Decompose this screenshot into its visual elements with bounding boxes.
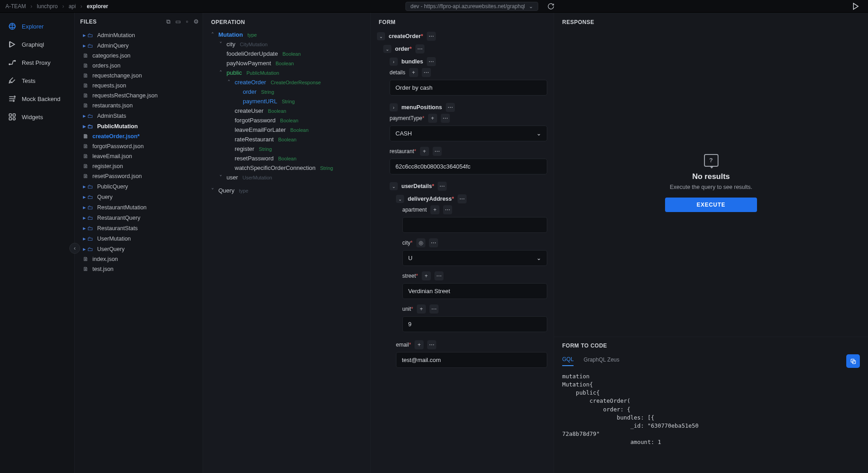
- more-icon[interactable]: ⋯: [422, 68, 431, 77]
- folder-item[interactable]: ▸ 🗀UserQuery: [80, 244, 199, 254]
- chevron-down-icon[interactable]: ⌄: [396, 195, 404, 203]
- operation-node[interactable]: resetPasswordBoolean: [209, 154, 364, 163]
- more-icon[interactable]: ⋯: [443, 205, 452, 214]
- chevron-up-icon[interactable]: ˄: [209, 31, 216, 38]
- nav-item-tests[interactable]: Tests: [0, 72, 74, 90]
- more-icon[interactable]: ⋯: [438, 182, 447, 191]
- refresh-icon[interactable]: [547, 3, 555, 10]
- operation-node[interactable]: watchSpecificOrderConnectionString: [209, 163, 364, 173]
- more-icon[interactable]: ⋯: [427, 340, 436, 349]
- breadcrumb-item[interactable]: lunchpro: [37, 3, 58, 10]
- more-icon[interactable]: ⋯: [427, 32, 436, 41]
- more-icon[interactable]: ⋯: [429, 238, 438, 247]
- details-input[interactable]: [390, 80, 547, 96]
- operation-node[interactable]: createUserBoolean: [209, 106, 364, 116]
- more-icon[interactable]: ⋯: [458, 194, 467, 203]
- environment-select[interactable]: dev - https://flpro-api.azurewebsites.ne…: [405, 2, 538, 11]
- folder-item[interactable]: ▸ 🗀AdminMutation: [80, 30, 199, 40]
- chevron-down-icon[interactable]: ˅: [209, 187, 216, 194]
- chevron-up-icon[interactable]: ˄: [226, 79, 232, 86]
- add-icon[interactable]: +: [430, 205, 439, 214]
- file-item[interactable]: 🗎test.json: [80, 264, 199, 274]
- file-item[interactable]: 🗎requestchange.json: [80, 71, 199, 81]
- chevron-down-icon[interactable]: ⌄: [377, 32, 385, 40]
- new-folder-icon[interactable]: ▭: [175, 18, 181, 25]
- add-icon[interactable]: +: [409, 68, 418, 77]
- restaurant-input[interactable]: [390, 159, 547, 174]
- nav-item-graphiql[interactable]: Graphiql: [0, 35, 74, 53]
- operation-node[interactable]: leaveEmailForLaterBoolean: [209, 125, 364, 135]
- run-icon[interactable]: [852, 2, 860, 10]
- more-icon[interactable]: ⋯: [415, 44, 424, 53]
- nav-item-explorer[interactable]: Explorer: [0, 17, 74, 35]
- more-icon[interactable]: ⋯: [433, 147, 442, 156]
- more-icon[interactable]: ⋯: [446, 103, 455, 112]
- folder-item[interactable]: ▸ 🗀PublicMutation: [80, 121, 199, 131]
- add-icon[interactable]: +: [422, 271, 431, 280]
- operation-node[interactable]: ˅cityCityMutation: [209, 39, 364, 49]
- tab-graphql-zeus[interactable]: GraphQL Zeus: [583, 357, 619, 366]
- city-select[interactable]: U ⌄: [402, 250, 547, 266]
- file-item[interactable]: 🗎resetPassword.json: [80, 171, 199, 181]
- more-icon[interactable]: ⋯: [441, 114, 450, 123]
- target-icon[interactable]: ◎: [416, 238, 425, 247]
- breadcrumb-item[interactable]: A-TEAM: [5, 3, 26, 10]
- more-icon[interactable]: ⋯: [434, 271, 444, 280]
- operation-node[interactable]: payNowPaymentBoolean: [209, 58, 364, 68]
- add-icon[interactable]: +: [417, 304, 426, 314]
- operation-node[interactable]: ˄createOrderCreateOrderResponse: [209, 77, 364, 87]
- file-item[interactable]: 🗎forgotPassword.json: [80, 141, 199, 151]
- file-item[interactable]: 🗎requests.json: [80, 81, 199, 91]
- unit-input[interactable]: [402, 316, 547, 332]
- chevron-right-icon[interactable]: ›: [390, 58, 398, 66]
- folder-item[interactable]: ▸ 🗀RestaurantMutation: [80, 202, 199, 212]
- chevron-up-icon[interactable]: ˄: [217, 69, 224, 76]
- payment-type-select[interactable]: CASH ⌄: [390, 125, 547, 141]
- file-item[interactable]: 🗎leaveEmail.json: [80, 151, 199, 161]
- file-item[interactable]: 🗎orders.json: [80, 61, 199, 71]
- collapse-files-button[interactable]: ‹: [69, 243, 80, 254]
- chevron-down-icon[interactable]: ⌄: [383, 45, 391, 53]
- file-item[interactable]: 🗎createOrder.json*: [80, 131, 199, 141]
- folder-item[interactable]: ▸ 🗀PublicQuery: [80, 181, 199, 192]
- operation-node[interactable]: ˄publicPublicMutation: [209, 68, 364, 77]
- breadcrumb-item[interactable]: api: [68, 3, 76, 10]
- operation-query-root[interactable]: ˅Querytype: [209, 186, 364, 195]
- settings-icon[interactable]: ⚙: [193, 18, 199, 25]
- file-item[interactable]: 🗎requestsRestChange.json: [80, 91, 199, 101]
- operation-node[interactable]: orderString: [209, 87, 364, 97]
- folder-item[interactable]: ▸ 🗀UserMutation: [80, 233, 199, 244]
- add-icon[interactable]: +: [415, 340, 424, 349]
- chevron-down-icon[interactable]: ˅: [217, 41, 224, 48]
- file-item[interactable]: 🗎categories.json: [80, 51, 199, 61]
- operation-node[interactable]: forgotPasswordBoolean: [209, 116, 364, 125]
- folder-item[interactable]: ▸ 🗀RestaurantStats: [80, 223, 199, 233]
- folder-item[interactable]: ▸ 🗀AdminStats: [80, 111, 199, 121]
- add-icon[interactable]: +: [428, 114, 437, 123]
- operation-node[interactable]: paymentURLString: [209, 97, 364, 106]
- chevron-down-icon[interactable]: ⌄: [390, 182, 398, 190]
- chevron-down-icon[interactable]: ˅: [217, 174, 224, 181]
- file-item[interactable]: 🗎restaurants.json: [80, 101, 199, 111]
- operation-root[interactable]: ˄Mutationtype: [209, 30, 364, 39]
- more-icon[interactable]: ⋯: [427, 57, 436, 66]
- tab-gql[interactable]: GQL: [562, 356, 574, 366]
- email-input[interactable]: [396, 352, 547, 368]
- folder-item[interactable]: ▸ 🗀RestaurantQuery: [80, 212, 199, 223]
- nav-item-rest-proxy[interactable]: Rest Proxy: [0, 53, 74, 72]
- file-item[interactable]: 🗎index.json: [80, 254, 199, 264]
- more-icon[interactable]: ⋯: [429, 304, 439, 314]
- operation-node[interactable]: rateRestaurantBoolean: [209, 135, 364, 144]
- apartment-input[interactable]: [402, 217, 547, 233]
- add-icon[interactable]: +: [420, 147, 429, 156]
- execute-button[interactable]: EXECUTE: [665, 198, 757, 212]
- operation-node[interactable]: registerString: [209, 144, 364, 154]
- save-icon[interactable]: ▫: [186, 18, 188, 25]
- nav-item-mock-backend[interactable]: Mock Backend: [0, 90, 74, 108]
- folder-item[interactable]: ▸ 🗀Query: [80, 192, 199, 202]
- operation-node[interactable]: ˅userUserMutation: [209, 173, 364, 182]
- new-file-icon[interactable]: ⧉: [166, 18, 170, 25]
- chevron-right-icon[interactable]: ›: [390, 103, 398, 111]
- nav-item-widgets[interactable]: Widgets: [0, 108, 74, 126]
- file-item[interactable]: 🗎register.json: [80, 161, 199, 171]
